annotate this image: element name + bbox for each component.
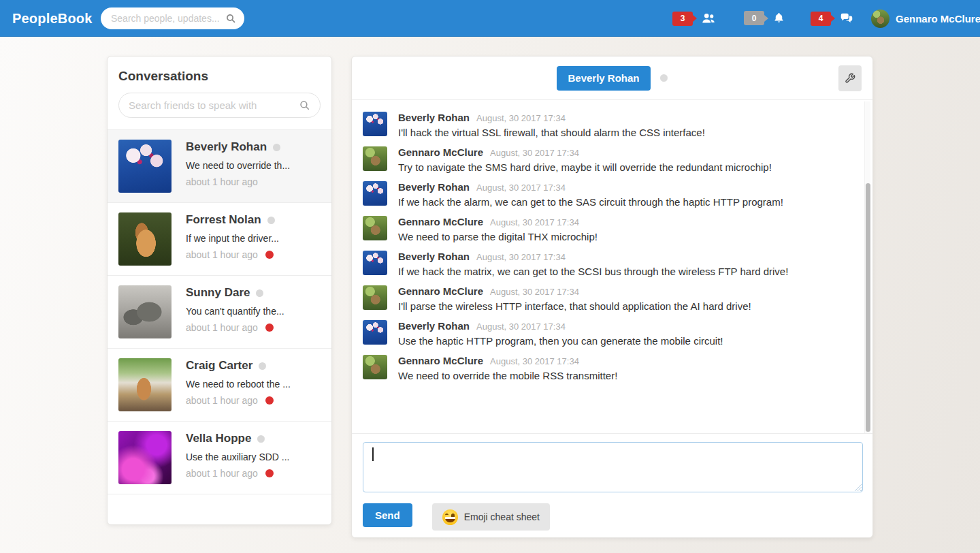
chat-scrollbar-thumb[interactable]	[866, 183, 870, 432]
message-input[interactable]	[363, 442, 863, 492]
orchid-avatar	[363, 181, 387, 206]
conversation-item-craig-carter[interactable]: Craig CarterWe need to reboot the ...abo…	[108, 349, 331, 422]
users-badge-group[interactable]: 3	[672, 11, 716, 26]
status-dot	[257, 435, 265, 443]
turtle-avatar	[871, 10, 889, 28]
message-head: Gennaro McClureAugust, 30 2017 17:34	[398, 285, 751, 297]
unread-indicator-dot	[265, 469, 274, 477]
message-text: Use the haptic HTTP program, then you ca…	[398, 335, 723, 347]
conversation-timestamp: about 1 hour ago	[186, 176, 258, 187]
notification-count-badge: 3	[672, 12, 693, 26]
conversation-time-row: about 1 hour ago	[186, 468, 290, 479]
message-row: Gennaro McClureAugust, 30 2017 17:34Try …	[363, 146, 860, 173]
status-dot	[267, 217, 275, 224]
message-timestamp: August, 30 2017 17:34	[490, 287, 579, 297]
conversation-time-row: about 1 hour ago	[186, 249, 279, 260]
top-navbar: PeopleBook 304 Gennaro McClure	[0, 0, 980, 37]
status-dot	[256, 289, 263, 297]
composer-actions: Send Emoji cheat sheet	[363, 503, 550, 531]
message-row: Gennaro McClureAugust, 30 2017 17:34I'll…	[363, 285, 860, 312]
global-search-input[interactable]	[111, 13, 225, 24]
message-text: We need to override the mobile RSS trans…	[398, 370, 617, 381]
chat-scrollbar-track[interactable]	[864, 101, 870, 433]
conversation-item-sunny-dare[interactable]: Sunny DareYou can't quantify the...about…	[108, 276, 331, 349]
message-list: Beverly RohanAugust, 30 2017 17:34I'll h…	[352, 101, 863, 433]
peoplebook-app: PeopleBook 304 Gennaro McClure Conversat…	[0, 0, 980, 553]
conversation-item-vella-hoppe[interactable]: Vella HoppeUse the auxiliary SDD ...abou…	[108, 422, 331, 494]
conversation-summary: Craig CarterWe need to reboot the ...abo…	[186, 358, 291, 411]
message-row: Beverly RohanAugust, 30 2017 17:34Use th…	[363, 320, 860, 347]
conversation-name-row: Vella Hoppe	[186, 432, 290, 445]
horse-avatar	[118, 212, 172, 266]
message-row: Gennaro McClureAugust, 30 2017 17:34We n…	[363, 216, 860, 242]
message-timestamp: August, 30 2017 17:34	[476, 321, 566, 332]
conversation-name: Forrest Nolan	[186, 213, 261, 227]
message-text: Try to navigate the SMS hard drive, mayb…	[398, 161, 772, 173]
conversation-timestamp: about 1 hour ago	[186, 322, 258, 333]
conversation-item-beverly-rohan[interactable]: Beverly RohanWe need to override th...ab…	[108, 130, 331, 203]
rhino-avatar	[118, 285, 172, 338]
conversation-name-row: Forrest Nolan	[186, 213, 279, 227]
conversation-name: Vella Hoppe	[186, 432, 251, 445]
message-timestamp: August, 30 2017 17:34	[490, 217, 579, 227]
chat-settings-button[interactable]	[838, 65, 862, 91]
conversation-item-forrest-nolan[interactable]: Forrest NolanIf we input the driver...ab…	[108, 203, 331, 276]
message-head: Gennaro McClureAugust, 30 2017 17:34	[398, 355, 617, 366]
message-timestamp: August, 30 2017 17:34	[476, 113, 566, 123]
message-timestamp: August, 30 2017 17:34	[476, 183, 566, 193]
orchid-avatar	[118, 140, 172, 193]
peer-status-dot	[660, 74, 668, 82]
unread-indicator-dot	[265, 251, 274, 259]
chat-header: Beverly Rohan	[352, 57, 872, 100]
send-button[interactable]: Send	[363, 503, 412, 527]
turtle-avatar	[363, 216, 387, 240]
conversation-time-row: about 1 hour ago	[186, 322, 284, 333]
conversations-title: Conversations	[108, 57, 331, 84]
current-user-name: Gennaro McClure	[896, 13, 980, 25]
chat-badge-group[interactable]: 4	[811, 11, 854, 26]
conversation-timestamp: about 1 hour ago	[186, 395, 258, 406]
message-text: I'll parse the wireless HTTP interface, …	[398, 300, 751, 312]
messages-divider	[352, 433, 872, 434]
message-body: Gennaro McClureAugust, 30 2017 17:34I'll…	[398, 285, 751, 312]
message-head: Beverly RohanAugust, 30 2017 17:34	[398, 112, 705, 123]
conversation-preview: We need to override th...	[186, 160, 290, 171]
bell-icon	[772, 12, 785, 25]
conversation-name-row: Craig Carter	[186, 359, 291, 373]
conversation-summary: Forrest NolanIf we input the driver...ab…	[186, 212, 279, 266]
chat-icon	[839, 11, 854, 26]
conversation-preview: If we input the driver...	[186, 233, 279, 244]
message-timestamp: August, 30 2017 17:34	[490, 148, 579, 158]
bell-badge-group[interactable]: 0	[744, 11, 785, 25]
message-author: Beverly Rohan	[398, 112, 470, 123]
message-text: I'll hack the virtual SSL firewall, that…	[398, 127, 705, 138]
message-body: Beverly RohanAugust, 30 2017 17:34If we …	[398, 181, 783, 208]
message-body: Gennaro McClureAugust, 30 2017 17:34We n…	[398, 355, 617, 381]
message-body: Beverly RohanAugust, 30 2017 17:34I'll h…	[398, 112, 705, 138]
friends-search	[118, 93, 321, 118]
message-text: We need to parse the digital THX microch…	[398, 231, 598, 242]
message-row: Gennaro McClureAugust, 30 2017 17:34We n…	[363, 355, 860, 381]
orchid-avatar	[363, 320, 387, 345]
conversation-summary: Beverly RohanWe need to override th...ab…	[186, 140, 290, 193]
conversation-summary: Vella HoppeUse the auxiliary SDD ...abou…	[186, 431, 290, 484]
friends-search-input[interactable]	[129, 99, 299, 111]
conversation-name-row: Sunny Dare	[186, 286, 284, 300]
emoji-cheat-sheet-button[interactable]: Emoji cheat sheet	[432, 503, 550, 531]
search-icon	[225, 13, 236, 24]
conversation-list: Beverly RohanWe need to override th...ab…	[108, 129, 331, 494]
status-dot	[259, 362, 266, 370]
current-user-menu[interactable]: Gennaro McClure	[871, 0, 980, 37]
message-text: If we hack the matrix, we can get to the…	[398, 266, 788, 277]
message-body: Beverly RohanAugust, 30 2017 17:34Use th…	[398, 320, 723, 347]
brand-logo[interactable]: PeopleBook	[12, 0, 93, 37]
conversation-preview: We need to reboot the ...	[186, 379, 291, 390]
message-body: Gennaro McClureAugust, 30 2017 17:34Try …	[398, 146, 772, 173]
global-search	[101, 7, 244, 29]
notification-count-badge: 0	[744, 11, 764, 25]
conversation-name: Beverly Rohan	[186, 140, 267, 154]
message-body: Gennaro McClureAugust, 30 2017 17:34We n…	[398, 216, 598, 242]
purple-avatar	[118, 431, 172, 484]
peer-name-button[interactable]: Beverly Rohan	[557, 66, 650, 91]
message-head: Gennaro McClureAugust, 30 2017 17:34	[398, 216, 598, 227]
